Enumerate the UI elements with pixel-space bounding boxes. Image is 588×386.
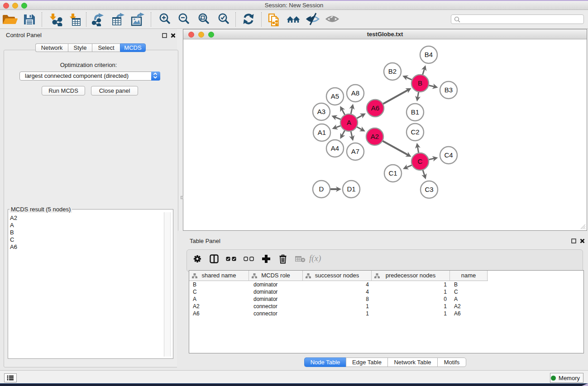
svg-text:A2: A2 (371, 133, 379, 140)
svg-text:C2: C2 (411, 128, 419, 136)
svg-text:A5: A5 (331, 92, 339, 100)
svg-text:A6: A6 (371, 104, 379, 112)
svg-text:C4: C4 (444, 151, 453, 159)
svg-text:A8: A8 (351, 89, 359, 97)
svg-text:B3: B3 (445, 86, 453, 94)
svg-text:B2: B2 (388, 67, 397, 75)
svg-text:A7: A7 (351, 148, 359, 155)
svg-text:C: C (418, 157, 423, 165)
svg-text:A4: A4 (331, 144, 339, 152)
svg-text:A3: A3 (317, 108, 325, 115)
svg-text:B1: B1 (411, 108, 419, 116)
svg-text:C1: C1 (388, 169, 397, 177)
svg-text:C3: C3 (425, 186, 433, 193)
svg-text:B4: B4 (425, 51, 433, 58)
svg-text:D: D (319, 185, 324, 193)
svg-text:A: A (347, 119, 351, 126)
svg-text:B: B (418, 79, 422, 87)
svg-text:D1: D1 (347, 185, 355, 193)
svg-text:A1: A1 (318, 129, 326, 136)
